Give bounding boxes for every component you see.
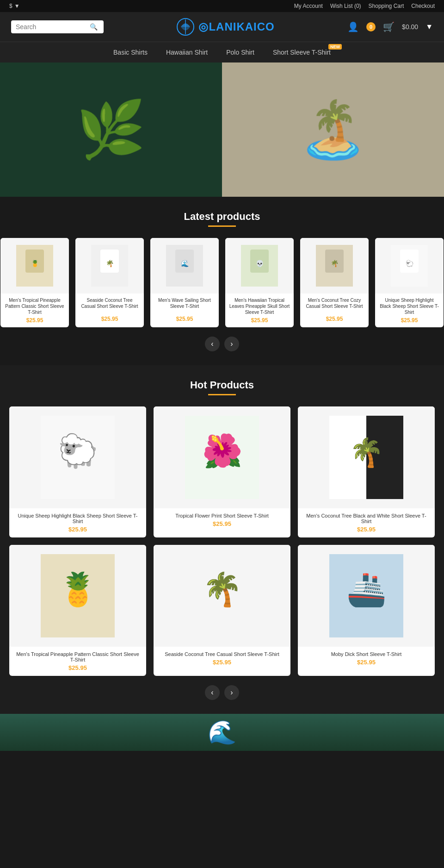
hot-product-price: $25.95	[14, 526, 142, 533]
svg-text:🌊: 🌊	[181, 260, 189, 268]
product-price: $25.95	[154, 316, 215, 322]
product-info: Seaside Coconut Tree Casual Short Sleeve…	[75, 293, 144, 326]
header: 🔍 ◎LANIKAICO 👤 0 🛒 $0.00 ▼	[0, 12, 444, 42]
search-input[interactable]	[16, 23, 90, 31]
hot-carousel-next-btn[interactable]: ›	[224, 685, 239, 700]
svg-text:🌴: 🌴	[331, 260, 339, 268]
hot-product-price: $25.95	[302, 659, 430, 666]
svg-text:🌴: 🌴	[202, 570, 243, 609]
hero-shirt-right: 🏝️	[298, 97, 368, 162]
product-image: 💀	[225, 238, 294, 293]
product-price: $25.95	[379, 317, 440, 324]
nav-basic-shirts[interactable]: Basic Shirts	[113, 49, 148, 56]
nav-hawaiian-shirt[interactable]: Hawaiian Shirt	[166, 49, 208, 56]
checkout-link[interactable]: Checkout	[411, 3, 435, 9]
product-card[interactable]: 🍍 Men's Tropical Pineapple Pattern Class…	[0, 238, 69, 327]
hot-product-card[interactable]: 🌴 Men's Coconut Tree Black and White Sho…	[298, 406, 435, 537]
hero-right: 🏝️	[222, 62, 444, 197]
carousel-prev-btn[interactable]: ‹	[205, 337, 220, 351]
svg-text:🌺: 🌺	[202, 432, 243, 470]
hot-product-image: 🌴	[298, 406, 435, 508]
hot-product-image: 🚢	[298, 545, 435, 647]
logo-icon	[176, 18, 195, 36]
cart-count-badge: 0	[366, 22, 376, 31]
hot-products-underline	[208, 394, 236, 395]
hot-carousel-prev-btn[interactable]: ‹	[205, 685, 220, 700]
latest-carousel-controls: ‹ ›	[9, 337, 435, 351]
product-card[interactable]: 🌴 Men's Coconut Tree Cozy Casual Short S…	[300, 238, 369, 327]
currency-selector[interactable]: $ ▼	[9, 3, 20, 9]
new-badge: NEW	[328, 44, 342, 50]
svg-text:🌴: 🌴	[349, 436, 384, 469]
hot-product-info: Unique Sheep Highlight Black Sheep Short…	[9, 508, 146, 537]
hot-product-info: Moby Dick Short Sleeve T-Shirt $25.95	[298, 647, 435, 670]
user-icon[interactable]: 👤	[347, 21, 359, 32]
shopping-cart-link[interactable]: Shopping Cart	[369, 3, 404, 9]
nav-polo-shirt[interactable]: Polo Shirt	[226, 49, 254, 56]
product-image: 🐑	[375, 238, 444, 293]
product-card[interactable]: 🐑 Unique Sheep Highlight Black Sheep Sho…	[375, 238, 444, 327]
product-price: $25.95	[229, 317, 290, 324]
product-price: $25.95	[304, 316, 365, 322]
hot-product-card[interactable]: 🚢 Moby Dick Short Sleeve T-Shirt $25.95	[298, 545, 435, 676]
hot-product-price: $25.95	[158, 659, 286, 666]
product-price: $25.95	[4, 317, 65, 324]
hot-product-card[interactable]: 🐑 Unique Sheep Highlight Black Sheep Sho…	[9, 406, 146, 537]
hot-product-info: Men's Coconut Tree Black and White Short…	[298, 508, 435, 537]
hot-product-price: $25.95	[158, 520, 286, 527]
product-info: Men's Wave Sailing Short Sleeve T-Shirt …	[150, 293, 219, 326]
hot-products-title: Hot Products	[9, 379, 435, 391]
top-links: My Account Wish List (0) Shopping Cart C…	[294, 3, 435, 9]
search-icon[interactable]: 🔍	[90, 23, 98, 31]
hot-product-name: Moby Dick Short Sleeve T-Shirt	[302, 651, 430, 657]
product-name: Men's Hawaiian Tropical Leaves Pineapple…	[229, 297, 290, 315]
product-name: Men's Coconut Tree Cozy Casual Short Sle…	[304, 297, 365, 314]
cart-amount[interactable]: $0.00	[402, 23, 418, 31]
hero-shirt-left: 🌿	[76, 97, 146, 162]
hot-product-name: Tropical Flower Print Short Sleeve T-Shi…	[158, 513, 286, 518]
hot-product-name: Unique Sheep Highlight Black Sheep Short…	[14, 513, 142, 524]
hot-product-name: Men's Tropical Pineapple Pattern Classic…	[14, 651, 142, 662]
logo[interactable]: ◎LANIKAICO	[176, 18, 274, 36]
hot-product-image: 🐑	[9, 406, 146, 508]
hot-product-info: Seaside Coconut Tree Casual Short Sleeve…	[154, 647, 290, 670]
carousel-next-btn[interactable]: ›	[224, 337, 239, 351]
product-card[interactable]: 🌊 Men's Wave Sailing Short Sleeve T-Shir…	[150, 238, 219, 327]
currency-chevron: ▼	[14, 3, 20, 9]
product-image: 🌴	[300, 238, 369, 293]
latest-products-title: Latest products	[9, 211, 435, 223]
svg-text:🍍: 🍍	[31, 260, 39, 268]
product-info: Men's Coconut Tree Cozy Casual Short Sle…	[300, 293, 369, 326]
svg-text:💀: 💀	[256, 260, 264, 268]
cart-chevron[interactable]: ▼	[426, 23, 433, 31]
cart-icon[interactable]: 🛒	[383, 21, 395, 32]
main-nav: Basic Shirts Hawaiian Shirt Polo Shirt S…	[0, 42, 444, 62]
product-name: Men's Tropical Pineapple Pattern Classic…	[4, 297, 65, 315]
hot-products-grid: 🐑 Unique Sheep Highlight Black Sheep Sho…	[9, 406, 435, 676]
hot-product-image: 🌴	[154, 545, 290, 647]
hot-carousel-controls: ‹ ›	[9, 685, 435, 700]
hot-product-card[interactable]: 🌴 Seaside Coconut Tree Casual Short Slee…	[154, 545, 290, 676]
hot-product-info: Tropical Flower Print Short Sleeve T-Shi…	[154, 508, 290, 532]
svg-text:🐑: 🐑	[58, 432, 99, 470]
svg-text:🐑: 🐑	[406, 260, 414, 268]
hot-product-card[interactable]: 🍍 Men's Tropical Pineapple Pattern Class…	[9, 545, 146, 676]
hot-product-image: 🌺	[154, 406, 290, 508]
top-bar: $ ▼ My Account Wish List (0) Shopping Ca…	[0, 0, 444, 12]
product-info: Unique Sheep Highlight Black Sheep Short…	[375, 293, 444, 327]
product-price: $25.95	[79, 316, 140, 322]
wish-list-link[interactable]: Wish List (0)	[330, 3, 361, 9]
search-box[interactable]: 🔍	[11, 20, 104, 33]
latest-products-row: 🍍 Men's Tropical Pineapple Pattern Class…	[9, 238, 435, 327]
hot-product-image: 🍍	[9, 545, 146, 647]
latest-products-underline	[208, 225, 236, 227]
product-image: 🌊	[150, 238, 219, 293]
hot-product-card[interactable]: 🌺 Tropical Flower Print Short Sleeve T-S…	[154, 406, 290, 537]
product-card[interactable]: 💀 Men's Hawaiian Tropical Leaves Pineapp…	[225, 238, 294, 327]
product-image: 🌴	[75, 238, 144, 293]
product-info: Men's Hawaiian Tropical Leaves Pineapple…	[225, 293, 294, 327]
nav-short-sleeve[interactable]: Short Sleeve T-Shirt NEW	[273, 49, 331, 56]
my-account-link[interactable]: My Account	[294, 3, 323, 9]
product-card[interactable]: 🌴 Seaside Coconut Tree Casual Short Slee…	[75, 238, 144, 327]
hot-products-section: Hot Products 🐑 Unique Sheep Highlight Bl…	[0, 365, 444, 714]
